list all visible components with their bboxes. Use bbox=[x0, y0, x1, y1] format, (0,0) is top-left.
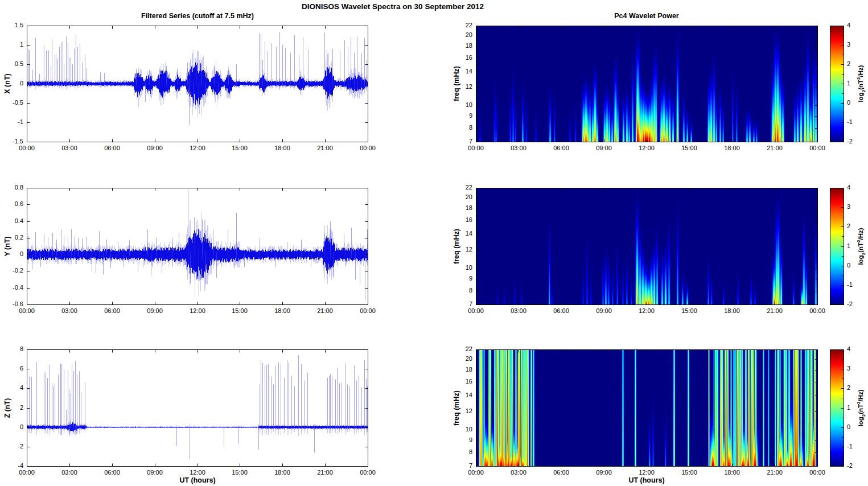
colorbar-label-sub: 2 bbox=[861, 253, 866, 255]
series-ytick-label: 0 bbox=[2, 423, 23, 431]
series-ytick-label: 1.5 bbox=[2, 22, 23, 29]
colorbar-tick-label: 0 bbox=[847, 99, 850, 106]
freq-ytick-label: 10 bbox=[451, 264, 472, 271]
colorbar-label-pre: log bbox=[857, 255, 864, 265]
wavelet-power-title: Pc4 Wavelet Power bbox=[614, 12, 678, 20]
colorbar-label-post: /Hz) bbox=[857, 65, 864, 77]
figure-title: DIONISOS Wavelet Spectra on 30 September… bbox=[302, 2, 484, 11]
colorbar-tick-label: -1 bbox=[847, 118, 853, 126]
colorbar-label-mid: (nT bbox=[857, 404, 864, 414]
colorbar-unit-label-bottom: log2(nT2/Hz) bbox=[856, 389, 866, 426]
series-ytick-label: -2 bbox=[2, 443, 23, 450]
freq-ytick-label: 9 bbox=[451, 275, 472, 282]
freq-ytick-label: 22 bbox=[451, 345, 472, 353]
time-xtick-label: 12:00 bbox=[639, 469, 655, 476]
time-xtick-label: 21:00 bbox=[317, 469, 333, 476]
colorbar-tick-label: 0 bbox=[847, 262, 850, 269]
colorbar-tick-label: 4 bbox=[847, 345, 850, 353]
freq-ytick-label: 14 bbox=[451, 68, 472, 75]
colorbar-label-post: /Hz) bbox=[857, 228, 864, 240]
colorbar-tick-label: 1 bbox=[847, 404, 850, 411]
freq-ytick-label: 20 bbox=[451, 31, 472, 39]
series-ytick-label: 0 bbox=[2, 80, 23, 87]
series-ytick-label: 2 bbox=[2, 404, 23, 411]
time-xtick-label: 21:00 bbox=[317, 307, 333, 315]
colorbar-label-sub: 2 bbox=[861, 90, 866, 92]
time-xtick-label: 18:00 bbox=[274, 307, 290, 315]
y-series-plot bbox=[27, 188, 368, 305]
series-ytick-label: 4 bbox=[2, 384, 23, 392]
time-xtick-label: 18:00 bbox=[274, 145, 290, 152]
z-series-plot bbox=[27, 349, 368, 467]
filtered-series-title: Filtered Series (cutoff at 7.5 mHz) bbox=[141, 12, 254, 20]
freq-ytick-label: 8 bbox=[451, 124, 472, 131]
time-xtick-label: 21:00 bbox=[317, 145, 333, 152]
x-wavelet-spectrogram bbox=[476, 26, 818, 142]
time-xtick-label: 18:00 bbox=[724, 145, 740, 152]
time-xtick-label: 00:00 bbox=[19, 145, 35, 152]
time-xtick-label: 00:00 bbox=[468, 307, 484, 315]
freq-ytick-label: 9 bbox=[451, 112, 472, 120]
wavelet-spectra-figure: DIONISOS Wavelet Spectra on 30 September… bbox=[0, 0, 868, 486]
time-xtick-label: 18:00 bbox=[274, 469, 290, 476]
freq-ytick-label: 10 bbox=[451, 426, 472, 433]
series-ytick-label: -1 bbox=[2, 118, 23, 126]
time-xtick-label: 12:00 bbox=[190, 145, 205, 152]
time-xtick-label: 00:00 bbox=[809, 145, 825, 152]
time-xtick-label: 21:00 bbox=[767, 469, 783, 476]
series-ytick-label: 0.4 bbox=[2, 217, 23, 225]
series-ytick-label: 0.2 bbox=[2, 234, 23, 241]
colorbar-tick-label: 2 bbox=[847, 384, 850, 392]
colorbar-tick-label: -2 bbox=[847, 462, 853, 469]
freq-ytick-label: 18 bbox=[451, 42, 472, 50]
time-xtick-label: 15:00 bbox=[232, 145, 248, 152]
colorbar-label-sup: 2 bbox=[856, 402, 861, 404]
freq-ytick-label: 12 bbox=[451, 83, 472, 90]
series-ytick-label: -0.5 bbox=[2, 99, 23, 106]
time-xtick-label: 09:00 bbox=[596, 469, 612, 476]
time-xtick-label: 06:00 bbox=[104, 307, 120, 315]
time-xtick-label: 03:00 bbox=[61, 307, 77, 315]
freq-ytick-label: 18 bbox=[451, 366, 472, 373]
freq-ytick-label: 22 bbox=[451, 184, 472, 191]
colorbar-tick-label: 1 bbox=[847, 80, 850, 87]
colorbar-tick-label: 0 bbox=[847, 423, 850, 431]
time-xtick-label: 00:00 bbox=[19, 307, 35, 315]
time-xtick-label: 00:00 bbox=[809, 307, 825, 315]
colorbar-tick-label: 4 bbox=[847, 184, 850, 191]
freq-ytick-label: 14 bbox=[451, 392, 472, 399]
colorbar-tick-label: 2 bbox=[847, 223, 850, 230]
time-xtick-label: 06:00 bbox=[104, 469, 120, 476]
time-xtick-label: 00:00 bbox=[360, 145, 376, 152]
time-xtick-label: 18:00 bbox=[724, 307, 740, 315]
freq-ytick-label: 12 bbox=[451, 407, 472, 415]
colorbar-tick-label: 3 bbox=[847, 203, 850, 211]
time-xtick-label: 12:00 bbox=[190, 307, 205, 315]
colorbar-label-post: /Hz) bbox=[857, 389, 864, 401]
colorbar-tick-label: 4 bbox=[847, 22, 850, 29]
freq-ytick-label: 12 bbox=[451, 246, 472, 253]
series-ytick-label: 0.5 bbox=[2, 60, 23, 68]
time-xtick-label: 00:00 bbox=[360, 469, 376, 476]
freq-ytick-label: 14 bbox=[451, 230, 472, 237]
freq-ytick-label: 20 bbox=[451, 355, 472, 363]
series-ytick-label: -0.4 bbox=[2, 284, 23, 291]
freq-ytick-label: 22 bbox=[451, 22, 472, 29]
colorbar-tick-label: 1 bbox=[847, 242, 850, 250]
freq-ytick-label: 9 bbox=[451, 436, 472, 444]
time-xtick-label: 15:00 bbox=[232, 307, 248, 315]
colorbar-label-pre: log bbox=[857, 417, 864, 426]
time-xtick-label: 09:00 bbox=[147, 145, 163, 152]
time-xtick-label: 12:00 bbox=[639, 307, 655, 315]
colorbar-tick-label: -2 bbox=[847, 300, 853, 308]
colorbar-tick-label: 3 bbox=[847, 365, 850, 372]
colorbar-tick-label: 2 bbox=[847, 60, 850, 68]
series-ytick-label: 6 bbox=[2, 365, 23, 372]
time-xtick-label: 15:00 bbox=[681, 145, 697, 152]
colorbar-label-sub: 2 bbox=[861, 414, 866, 417]
time-xtick-label: 06:00 bbox=[553, 145, 569, 152]
series-ytick-label: 0.8 bbox=[2, 184, 23, 191]
time-xtick-label: 15:00 bbox=[232, 469, 248, 476]
time-xtick-label: 15:00 bbox=[681, 307, 697, 315]
x-series-plot bbox=[27, 26, 368, 142]
